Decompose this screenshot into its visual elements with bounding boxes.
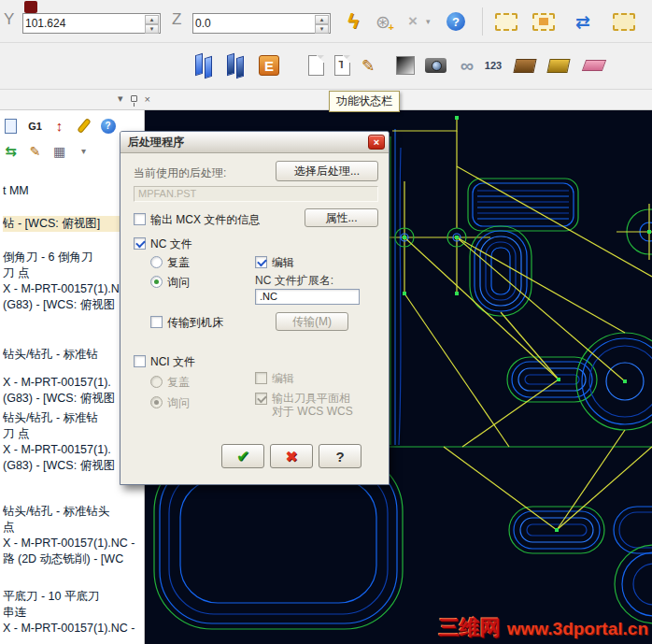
select-all-button[interactable] bbox=[493, 8, 519, 35]
nc-ext-input[interactable]: .NC bbox=[255, 289, 360, 305]
clear-selection-button[interactable]: × bbox=[400, 8, 426, 35]
toolpath-ribbon-button-1[interactable] bbox=[192, 52, 219, 79]
regen-toolpath-button[interactable]: ϟ bbox=[340, 8, 366, 35]
erase-button[interactable] bbox=[581, 52, 607, 79]
nc-ext-label: NC 文件扩展名: bbox=[255, 273, 333, 289]
tree-item[interactable]: X - M-PRT-00157(1).NC - bbox=[3, 536, 144, 551]
screenshot-button[interactable] bbox=[422, 52, 448, 79]
spin-down-icon[interactable]: ▾ bbox=[315, 24, 329, 34]
post-processor-dialog: 后处理程序 × 当前使用的后处理: 选择后处理... MPFAN.PST 输出 … bbox=[120, 131, 390, 485]
properties-button[interactable]: 属性... bbox=[305, 208, 378, 227]
camera-icon bbox=[425, 58, 446, 73]
y-coord-field[interactable]: ▴ ▾ bbox=[22, 13, 161, 34]
checkbox-box[interactable] bbox=[255, 256, 267, 268]
torus-button[interactable]: ∞ bbox=[454, 52, 480, 79]
edit-ops-button[interactable]: ✎ bbox=[26, 142, 44, 160]
spin-up-icon[interactable]: ▴ bbox=[145, 15, 159, 24]
shading-button[interactable] bbox=[392, 52, 418, 79]
chevron-down-icon: ▾ bbox=[81, 146, 86, 156]
radio-dot[interactable] bbox=[150, 276, 163, 288]
transfer-label: 传输到机床 bbox=[167, 315, 223, 331]
radio-dot[interactable] bbox=[150, 256, 163, 268]
checkbox-box[interactable] bbox=[134, 355, 146, 367]
stock-block-button-1[interactable] bbox=[512, 52, 538, 79]
swap-selection-button[interactable]: ⇄ bbox=[570, 8, 596, 35]
plane-doc-button[interactable] bbox=[2, 117, 20, 135]
z-coord-input[interactable] bbox=[195, 15, 313, 32]
swap-ops-button[interactable]: ⇆ bbox=[2, 142, 20, 160]
z-coord-spinner[interactable]: ▴ ▾ bbox=[315, 15, 329, 32]
x-icon: ✖ bbox=[285, 448, 297, 465]
ok-button[interactable]: ✔ bbox=[221, 444, 264, 468]
toolbar-main: Y ▴ ▾ Z ▴ ▾ ϟ ⊛ + × ▾ ? bbox=[0, 0, 652, 43]
select-post-label: 选择后处理... bbox=[294, 164, 360, 179]
tree-item[interactable]: 平底刀 - 10 平底刀 bbox=[3, 589, 144, 605]
tool-plane-checkbox: 输出刀具平面相 对于 WCS WCS bbox=[255, 392, 353, 418]
select-last-button[interactable] bbox=[611, 8, 637, 35]
pencil-icon: ✎ bbox=[30, 144, 41, 159]
panel-dropdown-icon[interactable]: ▾ bbox=[118, 93, 123, 105]
dialog-help-button[interactable]: ? bbox=[319, 444, 361, 468]
tree-item[interactable]: X - M-PRT-00157(1).NC - bbox=[3, 621, 144, 637]
panel-close-icon[interactable]: × bbox=[145, 93, 150, 105]
y-coord-spinner[interactable]: ▴ ▾ bbox=[145, 15, 159, 32]
new-document-button[interactable] bbox=[303, 52, 329, 79]
toolpath-options-button[interactable]: ⊛ + bbox=[370, 8, 396, 35]
tree-item[interactable]: 路 (2D 动态铣削) - [WC bbox=[3, 551, 144, 567]
transfer-checkbox[interactable]: 传输到机床 bbox=[150, 315, 223, 331]
g1-button[interactable]: G1 bbox=[26, 117, 44, 135]
pin-icon[interactable] bbox=[131, 95, 137, 102]
stock-block-button-2[interactable] bbox=[546, 52, 572, 79]
toolpath-ribbon-button-2[interactable] bbox=[224, 52, 250, 79]
z-coord-field[interactable]: ▴ ▾ bbox=[192, 13, 331, 34]
select-entities-button[interactable] bbox=[531, 8, 557, 35]
nc-overwrite-radio[interactable]: 复盖 bbox=[150, 255, 190, 271]
help-icon: ? bbox=[101, 119, 116, 134]
chevron-down-icon[interactable]: ▾ bbox=[426, 17, 431, 26]
select-post-button[interactable]: 选择后处理... bbox=[276, 161, 378, 181]
properties-label: 属性... bbox=[325, 210, 357, 226]
dialog-title-bar[interactable]: 后处理程序 × bbox=[120, 132, 389, 153]
document-icon bbox=[308, 55, 324, 76]
lightning-icon: ϟ bbox=[347, 9, 359, 34]
checkbox-box bbox=[255, 372, 267, 384]
numbers-icon: 123 bbox=[485, 60, 502, 71]
checkbox-box[interactable] bbox=[134, 213, 146, 225]
axes-button[interactable]: ↕ bbox=[50, 117, 68, 135]
dialog-title: 后处理程序 bbox=[128, 135, 184, 150]
grid-icon: ▦ bbox=[53, 144, 65, 159]
checkbox-box bbox=[255, 393, 267, 405]
nc-prompt-radio[interactable]: 询问 bbox=[150, 275, 190, 291]
wrench-button[interactable] bbox=[75, 117, 92, 135]
more-ops-button[interactable]: ▾ bbox=[75, 142, 92, 160]
function-status-row bbox=[0, 90, 652, 110]
tree-item[interactable]: 串连 bbox=[3, 605, 144, 621]
pencil-icon: ✎ bbox=[361, 56, 375, 76]
transfer-button[interactable]: 传输(M) bbox=[276, 312, 348, 331]
checkbox-box[interactable] bbox=[150, 316, 163, 328]
y-coord-input[interactable] bbox=[25, 15, 143, 32]
cancel-button[interactable]: ✖ bbox=[270, 444, 313, 468]
question-icon: ? bbox=[335, 449, 344, 465]
nc-file-label: NC 文件 bbox=[150, 236, 192, 252]
annotation-button[interactable]: ✎ bbox=[355, 52, 381, 79]
nc-file-checkbox[interactable]: NC 文件 bbox=[134, 236, 192, 252]
tree-item[interactable]: 点 bbox=[3, 520, 144, 536]
post-file-value: MPFAN.PST bbox=[138, 188, 196, 199]
nc-edit-checkbox[interactable]: 编辑 bbox=[255, 255, 294, 271]
spin-down-icon[interactable]: ▾ bbox=[145, 24, 159, 34]
spin-up-icon[interactable]: ▴ bbox=[315, 15, 329, 24]
grid-ops-button[interactable]: ▦ bbox=[50, 142, 68, 160]
mini-help-button[interactable]: ? bbox=[99, 117, 117, 135]
document-text-button[interactable]: T bbox=[329, 52, 355, 79]
nci-file-checkbox[interactable]: NCI 文件 bbox=[134, 354, 195, 370]
e-brand-button[interactable]: E bbox=[256, 52, 282, 79]
post-file-field: MPFAN.PST bbox=[134, 186, 378, 202]
output-mcx-checkbox[interactable]: 输出 MCX 文件的信息 bbox=[134, 212, 260, 228]
tool-plane-line1: 输出刀具平面相 bbox=[272, 392, 353, 405]
numbering-button[interactable]: 123 bbox=[480, 52, 506, 79]
tree-item[interactable]: 钻头/钻孔 - 标准钻头 bbox=[3, 504, 144, 520]
checkbox-box[interactable] bbox=[134, 237, 146, 250]
help-button[interactable]: ? bbox=[443, 8, 469, 35]
dialog-close-button[interactable]: × bbox=[368, 135, 385, 150]
